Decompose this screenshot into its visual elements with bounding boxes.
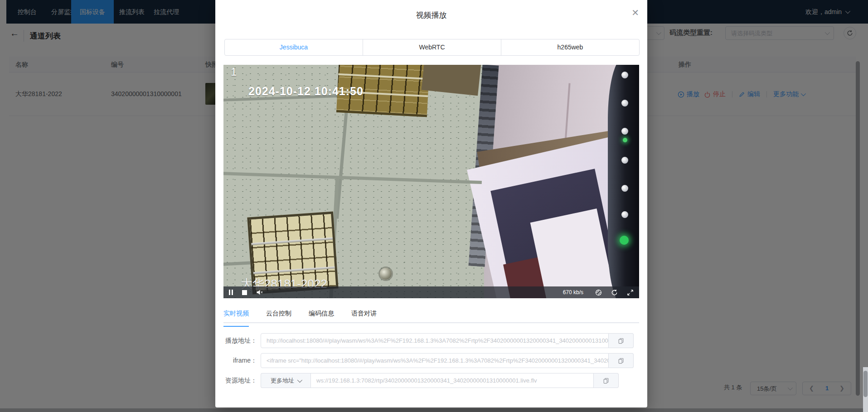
tab-jessibuca[interactable]: Jessibuca <box>225 39 363 55</box>
video-timestamp-overlay: 2024-10-12 10:41:50 <box>248 85 364 98</box>
play-address-label: 播放地址： <box>223 333 257 348</box>
player-engine-tabs: Jessibuca WebRTC h265web <box>224 39 640 56</box>
scene-ceiling-detector <box>380 268 392 280</box>
tab-live-video[interactable]: 实时视频 <box>223 308 249 322</box>
scene-lamp-tube <box>338 73 429 80</box>
close-icon[interactable]: ✕ <box>631 8 639 17</box>
panel-button <box>621 211 628 218</box>
browser-scrollbar-thumb[interactable] <box>863 371 868 397</box>
modal-title: 视频播放 <box>215 10 647 20</box>
copy-icon <box>618 358 624 364</box>
more-addresses-button[interactable]: 更多地址 <box>261 373 310 388</box>
panel-led-green-large <box>620 236 629 245</box>
panel-button <box>621 157 628 164</box>
tab-ptz-control[interactable]: 云台控制 <box>266 308 291 322</box>
iframe-input[interactable]: <iframe src="http://localhost:18080/#/pl… <box>261 353 609 368</box>
panel-button <box>621 72 628 78</box>
iframe-row: iframe： <iframe src="http://localhost:18… <box>223 353 639 368</box>
copy-icon <box>618 338 624 344</box>
video-play-modal: 视频播放 ✕ Jessibuca WebRTC h265web <box>215 0 647 407</box>
settings-aperture-icon[interactable] <box>595 289 602 296</box>
panel-button <box>621 128 628 135</box>
resource-address-input[interactable]: ws://192.168.1.3:7082/rtp/34020000001320… <box>310 373 594 388</box>
copy-icon <box>603 378 609 384</box>
play-address-input[interactable]: http://localhost:18080/#/play/wasm/ws%3A… <box>261 333 609 348</box>
resource-address-row: 资源地址： 更多地址 ws://192.168.1.3:7082/rtp/340… <box>223 373 639 388</box>
play-address-row: 播放地址： http://localhost:18080/#/play/wasm… <box>223 333 639 348</box>
screen: 控制台 分屏监控 国标设备 推流列表 拉流代理 欢迎，admin ← 通道列表 … <box>0 0 868 412</box>
tab-h265web[interactable]: h265web <box>501 39 639 55</box>
fullscreen-icon[interactable] <box>627 289 634 296</box>
video-channel-number-overlay: 1 <box>231 66 237 78</box>
video-player[interactable]: 1 2024-10-12 10:41:50 大华28181-2022 670 k… <box>223 65 639 298</box>
scene-lamp-tube <box>253 267 335 275</box>
scene-lamp-tube <box>251 238 333 246</box>
resource-address-label: 资源地址： <box>223 373 257 388</box>
panel-button <box>621 185 628 192</box>
panel-led-green <box>623 138 627 142</box>
stream-info-tabs: 实时视频 云台控制 编码信息 语音对讲 <box>223 308 639 323</box>
copy-resource-address-button[interactable] <box>594 373 619 388</box>
bitrate-text: 670 kb/s <box>563 289 583 296</box>
tab-audio-talk[interactable]: 语音对讲 <box>351 308 377 322</box>
tab-encoding-info[interactable]: 编码信息 <box>309 308 334 322</box>
pause-button[interactable] <box>229 290 233 295</box>
chevron-down-icon <box>297 377 302 382</box>
copy-iframe-button[interactable] <box>609 353 634 368</box>
reload-stream-icon[interactable] <box>611 289 618 296</box>
panel-button <box>621 100 628 107</box>
scene-button-panel <box>608 65 639 298</box>
iframe-label: iframe： <box>223 353 257 368</box>
stop-button[interactable] <box>242 290 247 295</box>
tab-webrtc[interactable]: WebRTC <box>363 39 501 55</box>
copy-play-address-button[interactable] <box>609 333 634 348</box>
volume-muted-icon[interactable] <box>256 289 263 296</box>
player-control-bar: 670 kb/s <box>223 286 639 298</box>
